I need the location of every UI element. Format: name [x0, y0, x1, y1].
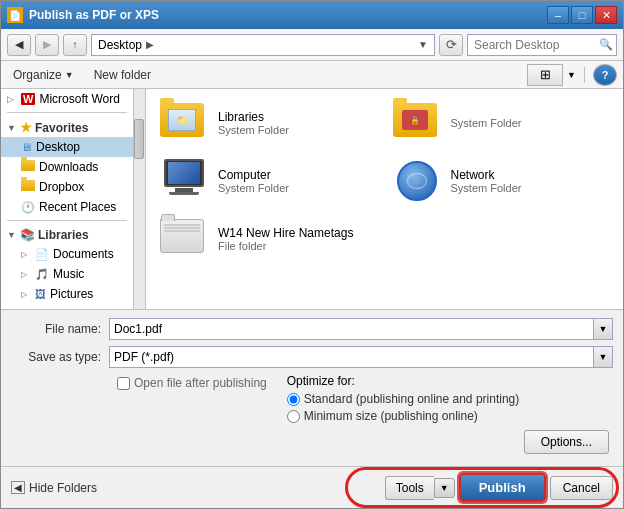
file-info: Libraries System Folder: [218, 110, 289, 136]
file-type: System Folder: [451, 117, 522, 129]
address-location: Desktop: [98, 38, 142, 52]
toolbar-right: ⊞ ▼ ?: [527, 64, 617, 86]
file-item-computer[interactable]: Computer System Folder: [154, 153, 383, 209]
savetype-input[interactable]: [109, 346, 613, 368]
favorites-label: Favorites: [35, 121, 88, 135]
file-type: File folder: [218, 240, 353, 252]
search-input[interactable]: [467, 34, 617, 56]
main-window: 📄 Publish as PDF or XPS – □ ✕ ◀ ▶ ↑ Desk…: [0, 0, 624, 509]
open-after-checkbox[interactable]: [117, 377, 130, 390]
radio-minimum-input[interactable]: [287, 410, 300, 423]
favorites-expand-icon: ▼: [7, 123, 17, 133]
minimize-button[interactable]: –: [547, 6, 569, 24]
file-info: Network System Folder: [451, 168, 522, 194]
options-content: Open file after publishing Optimize for:…: [117, 374, 613, 426]
savetype-label: Save as type:: [11, 350, 101, 364]
options-btn-row: Options...: [11, 430, 613, 454]
hide-folders-label: Hide Folders: [29, 481, 97, 495]
savetype-dropdown-arrow[interactable]: ▼: [593, 346, 613, 368]
title-bar-left: 📄 Publish as PDF or XPS: [7, 7, 159, 23]
optimize-label: Optimize for:: [287, 374, 355, 388]
radio-standard-input[interactable]: [287, 393, 300, 406]
filename-label: File name:: [11, 322, 101, 336]
new-folder-button[interactable]: New folder: [88, 66, 157, 84]
sidebar-item-label: Documents: [53, 247, 114, 261]
options-button[interactable]: Options...: [524, 430, 609, 454]
downloads-folder-icon: [21, 160, 35, 174]
forward-button[interactable]: ▶: [35, 34, 59, 56]
file-type: System Folder: [451, 182, 522, 194]
close-button[interactable]: ✕: [595, 6, 617, 24]
file-item-system[interactable]: 🔒 System Folder: [387, 97, 616, 149]
sidebar-item-microsoft-word[interactable]: ▷ W Microsoft Word: [1, 89, 133, 109]
favorites-section[interactable]: ▼ ★ Favorites: [1, 116, 133, 137]
hide-folders-button[interactable]: ◀ Hide Folders: [11, 481, 97, 495]
view-button[interactable]: ⊞: [527, 64, 563, 86]
pictures-icon: 🖼: [35, 288, 46, 300]
sidebar-item-downloads[interactable]: Downloads: [1, 157, 133, 177]
libraries-label: Libraries: [38, 228, 89, 242]
radio-minimum-label[interactable]: Minimum size (publishing online): [304, 409, 478, 423]
libraries-section[interactable]: ▼ 📚 Libraries: [1, 224, 133, 244]
publish-button[interactable]: Publish: [459, 473, 546, 502]
sidebar-scrollbar[interactable]: [133, 89, 145, 309]
tools-button-group: Tools ▼: [385, 476, 455, 500]
up-button[interactable]: ↑: [63, 34, 87, 56]
sidebar-item-dropbox[interactable]: Dropbox: [1, 177, 133, 197]
file-area: 📁 Libraries System Folder 🔒: [146, 89, 623, 309]
maximize-button[interactable]: □: [571, 6, 593, 24]
refresh-button[interactable]: ⟳: [439, 34, 463, 56]
sidebar-item-pictures[interactable]: ▷ 🖼 Pictures: [1, 284, 133, 304]
word-icon: W: [21, 93, 35, 105]
file-item-network[interactable]: Network System Folder: [387, 153, 616, 209]
file-item-w14[interactable]: W14 New Hire Nametags File folder: [154, 213, 383, 265]
sidebar-item-recent-places[interactable]: 🕐 Recent Places: [1, 197, 133, 217]
network-icon: [393, 161, 441, 201]
open-after-label[interactable]: Open file after publishing: [134, 376, 267, 390]
sidebar-item-music[interactable]: ▷ 🎵 Music: [1, 264, 133, 284]
address-dropdown-icon[interactable]: ▼: [418, 39, 428, 50]
sidebar-item-label: Pictures: [50, 287, 93, 301]
hide-folders-arrow-icon: ◀: [11, 481, 25, 494]
toolbar: Organize ▼ New folder ⊞ ▼ ?: [1, 61, 623, 89]
sidebar: ▷ W Microsoft Word ▼ ★ Favorites 🖥 Deskt…: [1, 89, 146, 309]
libraries-expand-icon: ▼: [7, 230, 17, 240]
sidebar-content: ▷ W Microsoft Word ▼ ★ Favorites 🖥 Deskt…: [1, 89, 133, 309]
sidebar-item-label: Dropbox: [39, 180, 84, 194]
sidebar-item-label: Desktop: [36, 140, 80, 154]
libraries-icon: 📚: [20, 228, 35, 242]
title-bar: 📄 Publish as PDF or XPS – □ ✕: [1, 1, 623, 29]
pictures-expand-icon: ▷: [21, 290, 31, 299]
organize-button[interactable]: Organize ▼: [7, 66, 80, 84]
filename-input[interactable]: [109, 318, 613, 340]
back-button[interactable]: ◀: [7, 34, 31, 56]
radio-standard: Standard (publishing online and printing…: [287, 392, 519, 406]
radio-standard-label[interactable]: Standard (publishing online and printing…: [304, 392, 519, 406]
view-dropdown-icon[interactable]: ▼: [567, 70, 576, 80]
savetype-row: Save as type: ▼: [11, 346, 613, 368]
w14-icon: [160, 219, 208, 259]
help-button[interactable]: ?: [593, 64, 617, 86]
cancel-button[interactable]: Cancel: [550, 476, 613, 500]
window-title: Publish as PDF or XPS: [29, 8, 159, 22]
file-item-libraries[interactable]: 📁 Libraries System Folder: [154, 97, 383, 149]
address-field[interactable]: Desktop ▶ ▼: [91, 34, 435, 56]
tools-main-button[interactable]: Tools: [385, 476, 434, 500]
filename-dropdown-arrow[interactable]: ▼: [593, 318, 613, 340]
libraries-file-icon: 📁: [160, 103, 208, 143]
search-icon: 🔍: [599, 38, 613, 51]
sidebar-item-label: Microsoft Word: [39, 92, 119, 106]
organize-dropdown-icon: ▼: [65, 70, 74, 80]
filename-input-container: ▼: [109, 318, 613, 340]
title-controls: – □ ✕: [547, 6, 617, 24]
divider-2: [7, 220, 127, 221]
dropbox-icon: [21, 180, 35, 191]
sidebar-item-documents[interactable]: ▷ 📄 Documents: [1, 244, 133, 264]
action-buttons: Tools ▼ Publish Cancel: [385, 473, 613, 502]
bottom-form: File name: ▼ Save as type: ▼ Open file a…: [1, 309, 623, 466]
scrollbar-thumb[interactable]: [134, 119, 144, 159]
bottom-bar: ◀ Hide Folders Tools ▼ Publish Cancel: [1, 466, 623, 508]
music-expand-icon: ▷: [21, 270, 31, 279]
sidebar-item-desktop[interactable]: 🖥 Desktop: [1, 137, 133, 157]
tools-dropdown-button[interactable]: ▼: [434, 478, 455, 498]
